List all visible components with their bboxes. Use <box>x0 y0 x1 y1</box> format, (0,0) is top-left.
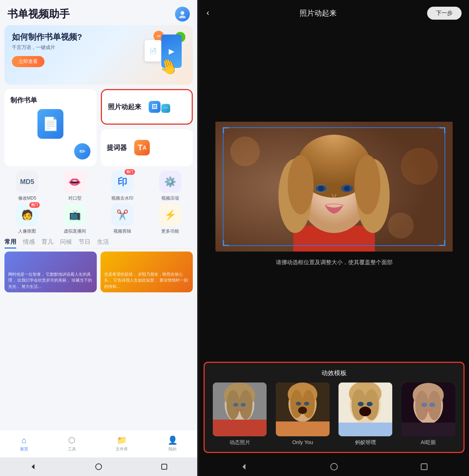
view-now-button[interactable]: 立即查看 <box>12 56 44 67</box>
photo-frame[interactable] <box>215 122 453 252</box>
right-page-title: 照片动起来 <box>300 8 337 18</box>
svg-rect-4 <box>162 464 167 469</box>
template-section-title: 动效模板 <box>211 369 458 377</box>
template-only-you-label: Only You <box>292 439 313 445</box>
sys-back-btn-left[interactable] <box>28 462 38 472</box>
svg-marker-2 <box>32 464 34 469</box>
svg-rect-48 <box>338 423 392 436</box>
tool-edit[interactable]: ✂️ 视频剪辑 <box>100 204 145 234</box>
svg-rect-30 <box>213 420 267 436</box>
sys-back-btn-right[interactable] <box>239 462 249 472</box>
tool-lipsync-label: 对口型 <box>68 195 82 201</box>
svg-rect-59 <box>421 464 427 470</box>
right-header: ‹ 照片动起来 下一步 <box>199 0 469 26</box>
tools-icon: ⬡ <box>68 436 75 445</box>
template-thumb-dynamic <box>213 383 267 436</box>
tool-md5[interactable]: MD5 修改MD5 <box>4 171 50 201</box>
tool-compress[interactable]: ⚙️ 视频压缩 <box>148 171 193 201</box>
content-card-1-text: 网时他是一位智者， 它默默地诉说着人生的真理， 比我们学会欣赏岁月的美丽， 珍藏… <box>8 271 93 290</box>
nav-tools-label: 工具 <box>68 446 76 452</box>
template-thumb-only-you <box>276 383 330 436</box>
compress-icon: ⚙️ <box>164 176 176 188</box>
lipsync-icon-wrap: 👄 <box>64 171 86 193</box>
next-step-button[interactable]: 下一步 <box>427 7 462 20</box>
template-dynamic[interactable]: 动态照片 <box>211 383 269 446</box>
feature-photo-label: 照片动起来 <box>108 102 141 111</box>
feature-booklist[interactable]: 制作书单 📄 ✏ <box>4 89 96 166</box>
svg-point-38 <box>298 407 307 414</box>
tab-childcare[interactable]: 育儿 <box>42 238 53 248</box>
promo-banner: 如何制作书单视频? 千言万语，一键成片 立即查看 ✓ ✏ 📄 ▶ 🤚 <box>4 25 193 85</box>
right-panel: ‹ 照片动起来 下一步 <box>199 0 469 476</box>
feature-photo-animate[interactable]: 照片动起来 🖼 〰 <box>101 89 193 125</box>
tool-md5-label: 修改MD5 <box>18 195 36 201</box>
nav-home-label: 首页 <box>20 446 28 452</box>
nav-profile[interactable]: 👤 我的 <box>168 436 178 452</box>
vr-icon-wrap: 📺 <box>64 204 86 226</box>
svg-point-47 <box>359 407 371 416</box>
files-icon: 📁 <box>117 436 127 445</box>
svg-point-0 <box>181 11 184 15</box>
scissors-icon: ✂️ <box>116 209 128 221</box>
feature-prompter[interactable]: 提词器 TA <box>101 129 193 166</box>
template-thumb-ai-blink <box>402 383 455 436</box>
tools-grid: MD5 修改MD5 👄 对口型 热门 印 视频去水印 ⚙️ 视频压缩 <box>4 171 193 234</box>
hot-badge-portrait: 热门 <box>29 202 40 208</box>
watermark-icon-wrap: 热门 印 <box>111 171 133 193</box>
avatar[interactable] <box>175 7 190 22</box>
compress-icon-wrap: ⚙️ <box>159 171 181 193</box>
tool-lipsync[interactable]: 👄 对口型 <box>52 171 98 201</box>
edit-icon-wrap: ✂️ <box>111 204 133 226</box>
template-ai-blink-label: AI眨眼 <box>421 439 436 446</box>
nav-files[interactable]: 📁 文件库 <box>116 436 128 452</box>
sys-home-btn-left[interactable] <box>93 462 104 472</box>
hot-badge-watermark: 热门 <box>125 169 135 175</box>
banner-illustration: ✓ ✏ 📄 ▶ 🤚 <box>130 29 189 77</box>
content-card-2[interactable]: 也是希望的延续， 岁阳乃朋友，映照在彼心头， 它告诉我人生如此短暂， 要珍惜情时… <box>100 252 193 292</box>
svg-rect-56 <box>402 423 455 436</box>
svg-point-16 <box>288 155 314 214</box>
home-icon: ⌂ <box>22 436 26 445</box>
template-ant-lip-label: 蚂蚁呀嘿 <box>355 439 376 446</box>
template-ai-blink[interactable]: AI眨眼 <box>399 383 458 446</box>
feature-prompter-label: 提词器 <box>107 143 127 152</box>
portrait-icon-wrap: 热门 🧑 <box>16 204 38 226</box>
svg-point-17 <box>354 155 380 214</box>
tab-holiday[interactable]: 节日 <box>79 238 90 248</box>
svg-point-55 <box>429 403 435 407</box>
template-grid: 动态照片 <box>211 383 458 446</box>
nav-files-label: 文件库 <box>116 446 128 452</box>
content-card-1[interactable]: 网时他是一位智者， 它默默地诉说着人生的真理， 比我们学会欣赏岁月的美丽， 珍藏… <box>4 252 97 292</box>
sys-home-btn-right[interactable] <box>329 462 339 472</box>
portrait-icon: 🧑 <box>21 209 33 221</box>
sys-recent-btn-left[interactable] <box>159 462 169 472</box>
nav-home[interactable]: ⌂ 首页 <box>20 436 28 452</box>
tab-greet[interactable]: 问候 <box>60 238 72 248</box>
md5-icon-wrap: MD5 <box>16 171 38 193</box>
booklist-icon: 📄 <box>37 109 63 139</box>
nav-tools[interactable]: ⬡ 工具 <box>68 436 76 452</box>
template-only-you[interactable]: Only You <box>274 383 332 446</box>
tool-more[interactable]: ⚡ 更多功能 <box>148 204 193 234</box>
lips-icon: 👄 <box>68 176 81 188</box>
more-icon: ⚡ <box>164 209 176 221</box>
tool-portrait[interactable]: 热门 🧑 人像抠图 <box>4 204 50 234</box>
tool-vr[interactable]: 📺 虚拟直播间 <box>52 204 98 234</box>
booklist-pen-icon: ✏ <box>74 143 90 160</box>
tab-emotion[interactable]: 情感 <box>23 238 35 248</box>
svg-point-28 <box>233 403 238 407</box>
tab-life[interactable]: 生活 <box>97 238 109 248</box>
svg-point-1 <box>179 16 186 18</box>
svg-point-3 <box>96 464 102 470</box>
sys-recent-btn-right[interactable] <box>419 462 429 472</box>
more-icon-wrap: ⚡ <box>159 204 181 226</box>
tab-common[interactable]: 常用 <box>4 238 16 248</box>
photo-animate-icon: 🖼 〰 <box>149 101 170 113</box>
tool-watermark[interactable]: 热门 印 视频去水印 <box>100 171 145 201</box>
svg-marker-57 <box>242 464 245 470</box>
profile-icon: 👤 <box>168 436 178 445</box>
template-ant-lip[interactable]: 蚂蚁呀嘿 <box>336 383 395 446</box>
left-header: 书单视频助手 <box>0 0 197 25</box>
watermark-icon: 印 <box>118 175 127 188</box>
back-button[interactable]: ‹ <box>207 8 209 18</box>
